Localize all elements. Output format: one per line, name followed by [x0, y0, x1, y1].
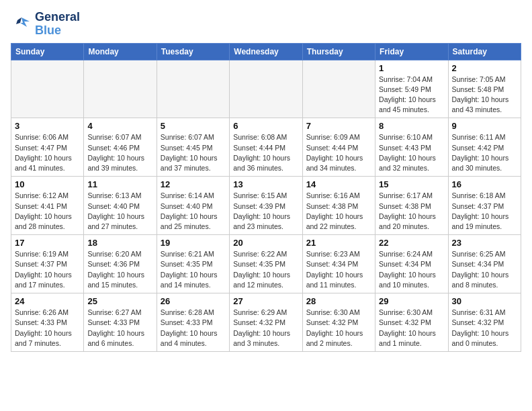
calendar-cell: 29Sunrise: 6:30 AM Sunset: 4:32 PM Dayli… — [375, 293, 448, 352]
calendar-day-header: Saturday — [448, 43, 521, 60]
calendar-cell: 4Sunrise: 6:07 AM Sunset: 4:46 PM Daylig… — [84, 118, 157, 177]
day-info: Sunrise: 6:18 AM Sunset: 4:37 PM Dayligh… — [452, 191, 517, 232]
day-info: Sunrise: 6:14 AM Sunset: 4:40 PM Dayligh… — [161, 191, 226, 232]
svg-marker-1 — [16, 17, 21, 24]
day-info: Sunrise: 6:11 AM Sunset: 4:42 PM Dayligh… — [452, 132, 517, 173]
calendar-day-header: Friday — [375, 43, 448, 60]
calendar-cell: 12Sunrise: 6:14 AM Sunset: 4:40 PM Dayli… — [157, 177, 229, 235]
day-info: Sunrise: 6:12 AM Sunset: 4:41 PM Dayligh… — [15, 191, 80, 232]
day-number: 9 — [452, 121, 517, 131]
logo-text: General Blue — [35, 11, 80, 38]
logo: General Blue — [11, 11, 80, 38]
day-number: 11 — [87, 179, 152, 189]
day-number: 12 — [161, 179, 226, 189]
day-number: 15 — [379, 179, 444, 189]
day-info: Sunrise: 6:25 AM Sunset: 4:34 PM Dayligh… — [452, 249, 517, 290]
calendar-cell: 5Sunrise: 6:07 AM Sunset: 4:45 PM Daylig… — [157, 118, 229, 177]
day-number: 13 — [233, 179, 298, 189]
day-number: 3 — [15, 121, 80, 131]
day-info: Sunrise: 6:22 AM Sunset: 4:35 PM Dayligh… — [233, 249, 298, 290]
day-info: Sunrise: 6:23 AM Sunset: 4:34 PM Dayligh… — [306, 249, 371, 290]
calendar-cell: 10Sunrise: 6:12 AM Sunset: 4:41 PM Dayli… — [11, 177, 84, 235]
calendar-week-row: 3Sunrise: 6:06 AM Sunset: 4:47 PM Daylig… — [11, 118, 521, 177]
day-info: Sunrise: 6:31 AM Sunset: 4:32 PM Dayligh… — [452, 308, 517, 349]
day-info: Sunrise: 6:29 AM Sunset: 4:32 PM Dayligh… — [233, 308, 298, 349]
day-number: 28 — [306, 296, 371, 306]
calendar-week-row: 10Sunrise: 6:12 AM Sunset: 4:41 PM Dayli… — [11, 177, 521, 235]
calendar-day-header: Wednesday — [230, 43, 302, 60]
calendar-cell — [302, 60, 375, 118]
calendar-cell: 21Sunrise: 6:23 AM Sunset: 4:34 PM Dayli… — [302, 235, 375, 293]
svg-marker-0 — [20, 17, 30, 27]
day-number: 21 — [306, 238, 371, 248]
calendar-day-header: Tuesday — [157, 43, 229, 60]
calendar-cell: 15Sunrise: 6:17 AM Sunset: 4:38 PM Dayli… — [375, 177, 448, 235]
day-number: 16 — [452, 179, 517, 189]
calendar-header-row: SundayMondayTuesdayWednesdayThursdayFrid… — [11, 43, 521, 60]
calendar-cell: 9Sunrise: 6:11 AM Sunset: 4:42 PM Daylig… — [448, 118, 521, 177]
day-info: Sunrise: 6:30 AM Sunset: 4:32 PM Dayligh… — [379, 308, 444, 349]
calendar-cell: 3Sunrise: 6:06 AM Sunset: 4:47 PM Daylig… — [11, 118, 84, 177]
day-info: Sunrise: 6:19 AM Sunset: 4:37 PM Dayligh… — [15, 249, 80, 290]
calendar-cell: 8Sunrise: 6:10 AM Sunset: 4:43 PM Daylig… — [375, 118, 448, 177]
day-number: 4 — [87, 121, 152, 131]
calendar-cell: 18Sunrise: 6:20 AM Sunset: 4:36 PM Dayli… — [84, 235, 157, 293]
calendar-cell: 25Sunrise: 6:27 AM Sunset: 4:33 PM Dayli… — [84, 293, 157, 352]
logo-bird-icon — [11, 15, 32, 34]
calendar-cell: 26Sunrise: 6:28 AM Sunset: 4:33 PM Dayli… — [157, 293, 229, 352]
calendar-cell: 1Sunrise: 7:04 AM Sunset: 5:49 PM Daylig… — [375, 60, 448, 118]
day-info: Sunrise: 7:04 AM Sunset: 5:49 PM Dayligh… — [379, 75, 444, 116]
calendar-cell: 22Sunrise: 6:24 AM Sunset: 4:34 PM Dayli… — [375, 235, 448, 293]
day-number: 5 — [161, 121, 226, 131]
calendar-cell — [157, 60, 229, 118]
day-info: Sunrise: 6:09 AM Sunset: 4:44 PM Dayligh… — [306, 132, 371, 173]
day-number: 24 — [15, 296, 80, 306]
calendar-day-header: Sunday — [11, 43, 84, 60]
day-number: 17 — [15, 238, 80, 248]
day-info: Sunrise: 6:21 AM Sunset: 4:35 PM Dayligh… — [161, 249, 226, 290]
calendar-cell: 17Sunrise: 6:19 AM Sunset: 4:37 PM Dayli… — [11, 235, 84, 293]
day-number: 7 — [306, 121, 371, 131]
calendar-cell: 28Sunrise: 6:30 AM Sunset: 4:32 PM Dayli… — [302, 293, 375, 352]
day-info: Sunrise: 6:08 AM Sunset: 4:44 PM Dayligh… — [233, 132, 298, 173]
day-info: Sunrise: 6:16 AM Sunset: 4:38 PM Dayligh… — [306, 191, 371, 232]
day-info: Sunrise: 6:15 AM Sunset: 4:39 PM Dayligh… — [233, 191, 298, 232]
calendar-cell: 14Sunrise: 6:16 AM Sunset: 4:38 PM Dayli… — [302, 177, 375, 235]
day-number: 8 — [379, 121, 444, 131]
calendar-cell: 6Sunrise: 6:08 AM Sunset: 4:44 PM Daylig… — [230, 118, 302, 177]
calendar-cell — [11, 60, 84, 118]
calendar-cell: 7Sunrise: 6:09 AM Sunset: 4:44 PM Daylig… — [302, 118, 375, 177]
day-number: 26 — [161, 296, 226, 306]
day-number: 1 — [379, 63, 444, 73]
day-number: 30 — [452, 296, 517, 306]
day-number: 23 — [452, 238, 517, 248]
day-info: Sunrise: 6:24 AM Sunset: 4:34 PM Dayligh… — [379, 249, 444, 290]
day-number: 6 — [233, 121, 298, 131]
calendar-week-row: 1Sunrise: 7:04 AM Sunset: 5:49 PM Daylig… — [11, 60, 521, 118]
day-info: Sunrise: 6:20 AM Sunset: 4:36 PM Dayligh… — [87, 249, 152, 290]
day-number: 10 — [15, 179, 80, 189]
day-info: Sunrise: 6:27 AM Sunset: 4:33 PM Dayligh… — [87, 308, 152, 349]
calendar-cell — [84, 60, 157, 118]
day-info: Sunrise: 6:07 AM Sunset: 4:45 PM Dayligh… — [161, 132, 226, 173]
day-number: 29 — [379, 296, 444, 306]
calendar-week-row: 24Sunrise: 6:26 AM Sunset: 4:33 PM Dayli… — [11, 293, 521, 352]
calendar-cell: 30Sunrise: 6:31 AM Sunset: 4:32 PM Dayli… — [448, 293, 521, 352]
day-info: Sunrise: 6:17 AM Sunset: 4:38 PM Dayligh… — [379, 191, 444, 232]
day-info: Sunrise: 6:13 AM Sunset: 4:40 PM Dayligh… — [87, 191, 152, 232]
day-number: 2 — [452, 63, 517, 73]
calendar-cell: 24Sunrise: 6:26 AM Sunset: 4:33 PM Dayli… — [11, 293, 84, 352]
day-number: 18 — [87, 238, 152, 248]
calendar-table: SundayMondayTuesdayWednesdayThursdayFrid… — [11, 43, 521, 352]
calendar-cell: 11Sunrise: 6:13 AM Sunset: 4:40 PM Dayli… — [84, 177, 157, 235]
calendar-cell: 20Sunrise: 6:22 AM Sunset: 4:35 PM Dayli… — [230, 235, 302, 293]
day-info: Sunrise: 6:28 AM Sunset: 4:33 PM Dayligh… — [161, 308, 226, 349]
calendar-day-header: Monday — [84, 43, 157, 60]
day-info: Sunrise: 7:05 AM Sunset: 5:48 PM Dayligh… — [452, 75, 517, 116]
calendar-cell: 19Sunrise: 6:21 AM Sunset: 4:35 PM Dayli… — [157, 235, 229, 293]
page-header: General Blue — [11, 11, 521, 38]
day-number: 22 — [379, 238, 444, 248]
calendar-cell: 16Sunrise: 6:18 AM Sunset: 4:37 PM Dayli… — [448, 177, 521, 235]
day-info: Sunrise: 6:06 AM Sunset: 4:47 PM Dayligh… — [15, 132, 80, 173]
day-number: 20 — [233, 238, 298, 248]
